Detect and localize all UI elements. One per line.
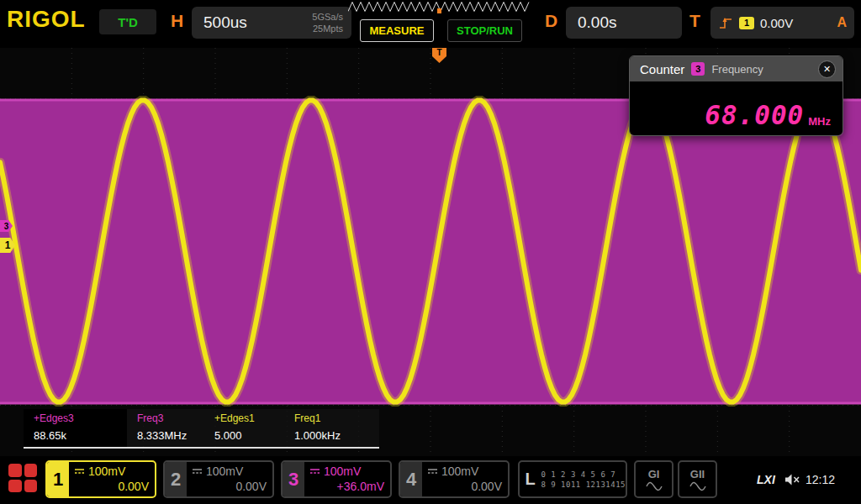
counter-title: Counter: [640, 62, 684, 76]
memory-depth: 25Mpts: [313, 24, 343, 34]
delay-control[interactable]: 0.00s: [566, 7, 682, 39]
measurement-item[interactable]: Freq3 8.333MHz: [127, 409, 204, 447]
delay-label: D: [545, 11, 557, 31]
dc-coupling-icon: [192, 467, 203, 475]
waveform-display[interactable]: T 3 1 Counter 3 Frequency ✕ 68.000 MHz +…: [0, 48, 861, 456]
sine-wave-icon: [689, 481, 706, 491]
channel-number: 4: [400, 462, 422, 496]
counter-mode-label: Frequency: [711, 63, 763, 76]
memory-trigger-tick: [437, 8, 441, 13]
measurement-value: 8.333MHz: [137, 429, 204, 442]
speaker-muted-icon[interactable]: [784, 474, 801, 486]
channel-2-button[interactable]: 2 100mV 0.00V: [163, 460, 274, 498]
measurement-value: 5.000: [214, 429, 284, 442]
channel-4-button[interactable]: 4 100mV 0.00V: [399, 460, 510, 498]
measurement-label: Freq1: [294, 412, 379, 424]
generator-2-button[interactable]: GII: [678, 460, 717, 498]
measurement-label: +Edges1: [214, 412, 284, 424]
dc-coupling-icon: [309, 467, 320, 475]
sample-rate: 5GSa/s: [312, 12, 343, 22]
channel-scale: 100mV: [324, 465, 361, 478]
channel-number: 2: [165, 462, 187, 496]
trigger-slope-icon: [718, 14, 733, 31]
close-icon[interactable]: ✕: [818, 60, 836, 78]
logic-label: L: [520, 470, 541, 489]
channel-offset: 0.00V: [192, 480, 267, 493]
clock: 12:12: [806, 473, 835, 486]
stop-run-button[interactable]: STOP/RUN: [447, 19, 522, 42]
sine-wave-icon: [646, 481, 663, 491]
menu-grid-icon: [24, 464, 38, 477]
measurement-item[interactable]: Freq1 1.000kHz: [284, 409, 379, 447]
channel-1-button[interactable]: 1 100mV 0.00V: [45, 460, 156, 498]
digital-channel-list: 0 1 2 3 4 5 6 7 8 9 1011 12131415: [541, 470, 626, 490]
channel-offset: +36.0mV: [309, 480, 384, 493]
horizontal-label: H: [171, 11, 183, 31]
measurement-item[interactable]: +Edges3 88.65k: [24, 409, 127, 447]
counter-unit: MHz: [808, 115, 831, 128]
bottom-channel-bar: 1 100mV 0.00V 2: [0, 456, 861, 504]
channel-number: 3: [283, 462, 304, 496]
trigger-label: T: [689, 11, 700, 31]
channel-offset: 0.00V: [74, 480, 149, 493]
channel-number: 1: [47, 462, 69, 496]
digital-row-2: 8 9 1011 12131415: [541, 480, 626, 490]
counter-readout: 68.000 MHz: [630, 81, 843, 135]
menu-grid-icon: [8, 464, 22, 477]
measurement-value: 88.65k: [34, 429, 127, 442]
menu-button[interactable]: [8, 464, 37, 492]
delay-value: 0.00s: [578, 13, 616, 32]
channel-offset: 0.00V: [427, 480, 502, 493]
trigger-sweep-mode: A: [837, 15, 847, 30]
menu-grid-icon: [8, 480, 22, 493]
generator-1-button[interactable]: GI: [634, 460, 673, 498]
channel-values: 100mV 0.00V: [187, 462, 272, 496]
channel-values: 100mV 0.00V: [422, 462, 508, 496]
digital-channels-button[interactable]: L 0 1 2 3 4 5 6 7 8 9 1011 12131415: [518, 460, 627, 498]
channel-scale: 100mV: [441, 465, 478, 478]
dc-coupling-icon: [74, 467, 85, 475]
trigger-status-badge: T'D: [99, 9, 156, 34]
rigol-logo: RIGOL: [7, 6, 86, 33]
counter-header[interactable]: Counter 3 Frequency ✕: [630, 56, 843, 81]
channel-values: 100mV +36.0mV: [304, 462, 390, 496]
trigger-source-badge: 1: [739, 17, 754, 29]
measurement-item[interactable]: +Edges1 5.000: [204, 409, 284, 447]
lxi-status: LXI: [757, 473, 775, 486]
measurement-value: 1.000kHz: [294, 429, 379, 442]
channel-scale: 100mV: [88, 465, 125, 478]
trigger-level-value: 0.00V: [760, 16, 793, 30]
counter-panel: Counter 3 Frequency ✕ 68.000 MHz: [629, 55, 843, 136]
measurement-panel[interactable]: +Edges3 88.65k Freq3 8.333MHz +Edges1 5.…: [24, 409, 379, 449]
counter-source-badge: 3: [691, 62, 705, 76]
oscilloscope-screen: RIGOL T'D H 500us 5GSa/s 25Mpts MEASURE …: [0, 0, 861, 504]
generator-label: GI: [648, 468, 660, 480]
channel-3-button[interactable]: 3 100mV +36.0mV: [281, 460, 392, 498]
timebase-value: 500us: [203, 13, 247, 32]
counter-value: 68.000: [705, 102, 804, 129]
timebase-control[interactable]: 500us 5GSa/s 25Mpts: [192, 7, 351, 39]
generator-label: GII: [690, 468, 705, 480]
dc-coupling-icon: [427, 467, 438, 475]
digital-row-1: 0 1 2 3 4 5 6 7: [541, 470, 626, 480]
measurement-label: Freq3: [137, 412, 204, 424]
acquisition-rates: 5GSa/s 25Mpts: [312, 11, 343, 34]
measurement-label: +Edges3: [34, 412, 127, 424]
memory-waveform-overview: [348, 1, 531, 13]
channel-values: 100mV 0.00V: [69, 462, 155, 496]
channel-scale: 100mV: [206, 465, 243, 478]
measure-button[interactable]: MEASURE: [360, 19, 434, 42]
menu-grid-icon: [24, 480, 38, 493]
trigger-control[interactable]: 1 0.00V A: [710, 7, 854, 39]
top-status-bar: RIGOL T'D H 500us 5GSa/s 25Mpts MEASURE …: [0, 0, 861, 48]
